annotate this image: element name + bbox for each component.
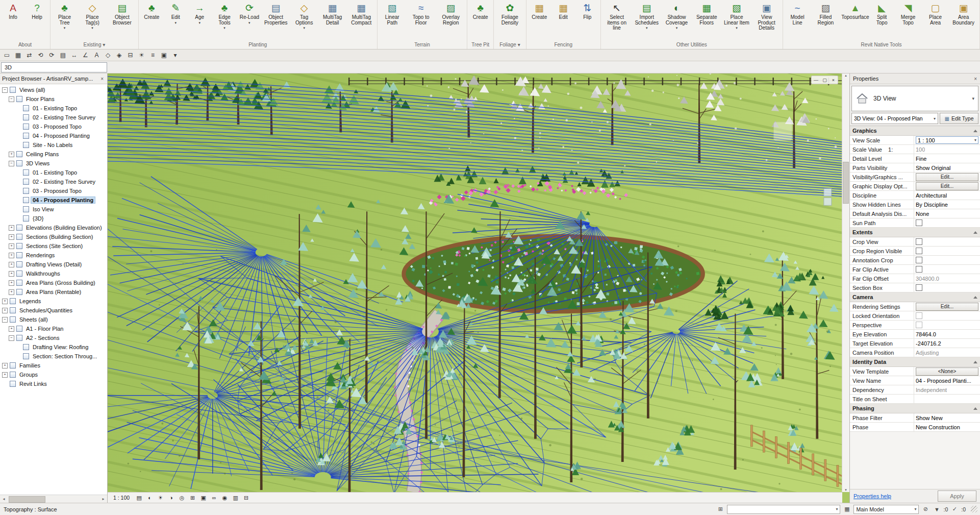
- close-icon[interactable]: ×: [974, 76, 977, 82]
- section-header-identity-data[interactable]: Identity Data: [850, 357, 980, 367]
- active-design-option-select[interactable]: Main Model ▾: [853, 505, 919, 514]
- collapse-icon[interactable]: −: [9, 96, 14, 102]
- tree-item-renderings[interactable]: +Renderings: [0, 251, 107, 260]
- expand-icon[interactable]: +: [9, 271, 14, 277]
- viewport-vscrollbar[interactable]: ▴ ▾: [842, 73, 849, 492]
- property-checkbox[interactable]: [916, 248, 922, 254]
- section-header-graphics[interactable]: Graphics: [850, 126, 980, 136]
- tree-item-03-proposed-topo[interactable]: 03 - Proposed Topo: [0, 122, 107, 131]
- close-view-button[interactable]: ×: [829, 76, 838, 84]
- tree-item-elevations-building-elevation[interactable]: +Elevations (Building Elevation): [0, 223, 107, 232]
- property-value-text[interactable]: 78464.0: [916, 331, 936, 337]
- scroll-thumb[interactable]: [9, 496, 45, 503]
- save-button[interactable]: ▦: [13, 51, 23, 60]
- tree-item-families[interactable]: +Families: [0, 361, 107, 370]
- tag-button[interactable]: ◇: [103, 51, 113, 60]
- expand-icon[interactable]: +: [2, 372, 8, 378]
- property-value-text[interactable]: 04 - Proposed Planti...: [916, 378, 971, 384]
- tree-item-a1-floor-plan[interactable]: +A1 - Floor Plan: [0, 324, 107, 333]
- edit-button[interactable]: ▦Edit: [551, 1, 575, 41]
- design-options-icon[interactable]: ▦: [842, 505, 851, 513]
- drawing-area[interactable]: [108, 73, 842, 492]
- filter-icon[interactable]: ▼: [932, 505, 941, 513]
- vscroll-track[interactable]: [842, 78, 849, 488]
- foliage-density-button[interactable]: ✿Foliage Density: [495, 1, 525, 41]
- tree-item-drafting-views-detail[interactable]: +Drafting Views (Detail): [0, 260, 107, 269]
- flip-button[interactable]: ⇅Flip: [575, 1, 599, 41]
- vscroll-thumb[interactable]: [843, 162, 849, 204]
- view-tab-3d[interactable]: 3D: [1, 62, 107, 72]
- help-button[interactable]: ?Help: [25, 1, 49, 41]
- tree-item-ceiling-plans[interactable]: +Ceiling Plans: [0, 150, 107, 159]
- split-topo-button[interactable]: ◣Split Topo: [870, 1, 894, 41]
- tree-item-floor-plans[interactable]: −Floor Plans: [0, 94, 107, 104]
- close-icon[interactable]: ×: [99, 76, 105, 82]
- expand-icon[interactable]: +: [9, 280, 14, 286]
- property-checkbox[interactable]: [916, 238, 922, 245]
- import-schedules-button[interactable]: ▤Import Schedules▾: [632, 1, 662, 41]
- expand-icon[interactable]: +: [9, 234, 14, 240]
- scroll-track[interactable]: [8, 496, 99, 502]
- expand-icon[interactable]: +: [9, 289, 14, 295]
- thin-lines-button[interactable]: ≡: [147, 51, 158, 60]
- property-value-text[interactable]: Show Original: [916, 165, 950, 171]
- overlay-region-button[interactable]: ▨Overlay Region: [436, 1, 466, 41]
- customize-qat-button[interactable]: ▾: [170, 51, 181, 60]
- apply-button[interactable]: Apply: [938, 491, 976, 502]
- age-button[interactable]: →Age▾: [188, 1, 212, 41]
- tree-item-sheets-all[interactable]: −Sheets (all): [0, 315, 107, 324]
- property-value-text[interactable]: Independent: [916, 387, 947, 393]
- linear-path-button[interactable]: ▧Linear Path: [379, 1, 406, 41]
- default-3d-view-button[interactable]: ◈: [114, 51, 124, 60]
- tree-item-03-proposed-topo[interactable]: 03 - Proposed Topo: [0, 186, 107, 195]
- view-product-details-button[interactable]: ▣View Product Details: [751, 1, 782, 41]
- place-tree-button[interactable]: ♣Place Tree▾: [52, 1, 78, 41]
- tree-item-iso-view[interactable]: Iso View: [0, 205, 107, 214]
- property-value-select[interactable]: 1 : 100▾: [916, 136, 978, 144]
- section-header-phasing[interactable]: Phasing: [850, 404, 980, 413]
- rendering-dialog-icon[interactable]: ◎: [177, 494, 187, 502]
- property-value-text[interactable]: By Discipline: [916, 202, 948, 208]
- minimize-view-button[interactable]: —: [812, 76, 820, 84]
- shadow-coverage-button[interactable]: ◐Shadow Coverage▾: [662, 1, 692, 41]
- section-button[interactable]: ⊟: [125, 51, 136, 60]
- expand-icon[interactable]: +: [2, 299, 8, 304]
- multitag-compact-button[interactable]: ▦MultiTag Compact: [347, 1, 376, 41]
- measure-button[interactable]: ↔: [69, 51, 80, 60]
- property-value-text[interactable]: Architectural: [916, 192, 947, 199]
- expand-icon[interactable]: +: [2, 308, 8, 313]
- tree-item-walkthroughs[interactable]: +Walkthroughs: [0, 269, 107, 278]
- select-items-on-line-button[interactable]: ↖Select items on line: [602, 1, 632, 41]
- switch-windows-button[interactable]: ▣: [159, 51, 169, 60]
- tree-item-views-all[interactable]: −Views (all): [0, 85, 107, 94]
- expand-icon[interactable]: +: [9, 152, 14, 157]
- project-browser-hscrollbar[interactable]: ◂ ▸: [0, 495, 107, 503]
- sync-button[interactable]: ⇄: [24, 51, 35, 60]
- edge-tools-button[interactable]: ♣Edge Tools▾: [212, 1, 238, 41]
- exclude-options-icon[interactable]: ⊘: [921, 505, 930, 513]
- property-value-text[interactable]: New Construction: [916, 424, 960, 430]
- tree-item-groups[interactable]: +Groups: [0, 370, 107, 379]
- tree-item-a2-sections[interactable]: −A2 - Sections: [0, 333, 107, 342]
- tree-item-revit-links[interactable]: Revit Links: [0, 379, 107, 388]
- property-value-text[interactable]: Fine: [916, 156, 926, 162]
- tree-item-02-existing-tree-survey[interactable]: 02 - Existing Tree Survey: [0, 113, 107, 122]
- tree-item-legends[interactable]: +Legends: [0, 297, 107, 306]
- section-header-camera[interactable]: Camera: [850, 292, 980, 302]
- tree-item-drafting-view-roofing[interactable]: Drafting View: Roofing: [0, 342, 107, 352]
- tree-item-01-existing-topo[interactable]: 01 - Existing Topo: [0, 104, 107, 113]
- undo-button[interactable]: ⟲: [35, 51, 46, 60]
- expand-icon[interactable]: +: [2, 363, 8, 369]
- type-selector[interactable]: 3D View ▾: [851, 86, 978, 111]
- tree-item-sections-site-section[interactable]: +Sections (Site Section): [0, 241, 107, 251]
- selection-check-icon[interactable]: ✓: [950, 505, 959, 513]
- scroll-up-icon[interactable]: ▴: [845, 73, 847, 78]
- tree-item-site-no-labels[interactable]: Site - No Labels: [0, 140, 107, 150]
- tree-item-schedules-quantities[interactable]: +Schedules/Quantities: [0, 306, 107, 315]
- collapse-icon[interactable]: −: [2, 317, 8, 323]
- info-button[interactable]: AInfo: [1, 1, 25, 41]
- model-line-button[interactable]: ~Model Line: [784, 1, 811, 41]
- redo-button[interactable]: ⟳: [46, 51, 57, 60]
- shadows-icon[interactable]: ◑: [166, 494, 176, 502]
- collapse-icon[interactable]: −: [9, 335, 14, 341]
